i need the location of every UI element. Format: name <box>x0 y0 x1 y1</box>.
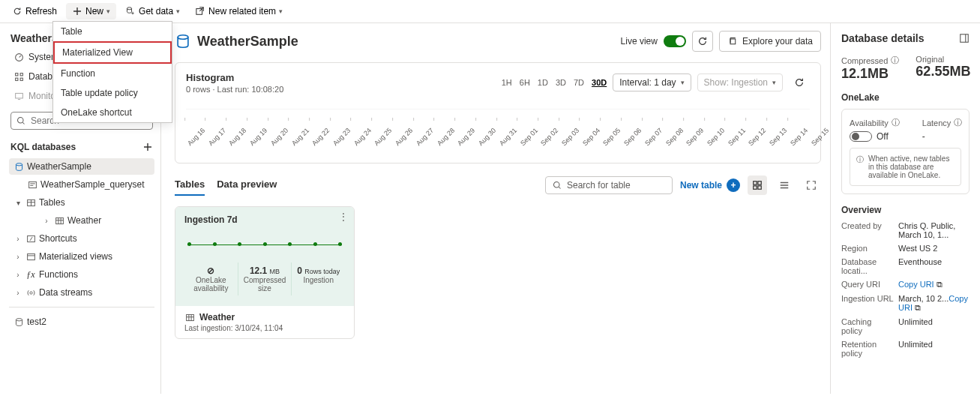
tree-label: Weather <box>67 215 101 226</box>
tab-tables[interactable]: Tables <box>175 174 205 196</box>
folder-data-streams[interactable]: › Data streams <box>9 284 154 301</box>
axis-tick: Sep 03 <box>560 142 568 150</box>
svg-point-0 <box>127 8 132 10</box>
onelake-toggle[interactable] <box>850 131 872 142</box>
axis-tick: Aug 19 <box>248 142 256 150</box>
axis-tick: Aug 31 <box>498 142 506 150</box>
details-pane: Database details Compressedⓘ 12.1MB Orig… <box>830 23 980 394</box>
rows-today-lbl: Ingestion <box>293 276 343 284</box>
title-text: WeatherSample <box>197 34 298 50</box>
sparkline <box>187 234 342 255</box>
refresh-main-button[interactable] <box>692 31 713 52</box>
copy-uri-link[interactable]: Copy URI <box>898 280 934 289</box>
axis-tick: Aug 18 <box>227 142 235 150</box>
interval-select[interactable]: Interval: 1 day ▾ <box>613 74 691 92</box>
refresh-hist-button[interactable] <box>789 72 810 93</box>
interval-label: Interval: 1 day <box>619 77 676 88</box>
new-menu-onelake-shortcut[interactable]: OneLake shortcut <box>53 103 172 122</box>
live-view-toggle[interactable] <box>664 35 686 47</box>
histogram-title: Histogram <box>186 72 283 83</box>
folder-shortcuts[interactable]: › Shortcuts <box>9 230 154 247</box>
tile-last-ingestion: Last ingestion: 3/10/24, 11:04 <box>184 324 345 332</box>
svg-rect-6 <box>20 78 22 80</box>
table-icon <box>184 312 195 322</box>
axis-tick: Sep 13 <box>768 142 776 150</box>
show-label: Show: Ingestion <box>704 77 768 88</box>
fullscreen-button[interactable] <box>802 176 821 195</box>
axis-tick: Aug 24 <box>352 142 361 150</box>
queryset-item[interactable]: WeatherSample_queryset <box>9 176 154 193</box>
range-1h[interactable]: 1H <box>502 78 512 87</box>
overview-value: March, 10 2...Copy URI ⧉ <box>898 294 970 313</box>
copy-icon[interactable]: ⧉ <box>915 303 921 312</box>
range-1d[interactable]: 1D <box>538 78 548 87</box>
axis-tick: Sep 01 <box>519 142 527 150</box>
axis-tick: Sep 02 <box>539 142 547 150</box>
range-3d[interactable]: 3D <box>556 78 566 87</box>
chevron-right-icon: › <box>13 289 22 297</box>
axis-tick: Aug 17 <box>207 142 215 150</box>
explore-data-button[interactable]: Explore your data <box>719 31 821 52</box>
onelake-avail-val: ⊘ <box>186 266 236 276</box>
new-button[interactable]: New ▾ <box>66 3 116 20</box>
db-weather-sample[interactable]: WeatherSample <box>9 158 154 175</box>
details-header: Database details <box>841 32 925 44</box>
new-menu-table[interactable]: Table <box>53 22 172 41</box>
new-related-button[interactable]: New related item ▾ <box>189 3 289 20</box>
original-value: 62.55MB <box>916 64 970 80</box>
refresh-button[interactable]: Refresh <box>6 3 63 20</box>
chevron-down-icon: ▾ <box>279 8 283 15</box>
table-folder-icon <box>25 197 36 208</box>
overview-value: Chris Q. Public, March 10, 1... <box>898 221 970 239</box>
table-weather[interactable]: › Weather <box>9 212 154 229</box>
time-range-options: 1H 6H 1D 3D 7D 30D <box>502 78 607 87</box>
db-test2[interactable]: test2 <box>9 314 154 330</box>
svg-rect-18 <box>730 39 736 44</box>
add-db-icon[interactable] <box>142 142 153 152</box>
folder-tables[interactable]: ▾ Tables <box>9 194 154 211</box>
search-icon <box>552 180 562 190</box>
new-menu-function[interactable]: Function <box>53 64 172 83</box>
tile-table-label: Weather <box>199 312 235 322</box>
tab-data-preview[interactable]: Data preview <box>217 174 277 196</box>
tree-label: Functions <box>39 269 78 280</box>
folder-mat-views[interactable]: › Materialized views <box>9 248 154 265</box>
tile-menu-button[interactable]: ⋮ <box>339 212 348 222</box>
overview-value: Unlimited <box>898 317 970 335</box>
show-select[interactable]: Show: Ingestion ▾ <box>697 74 783 92</box>
database-icon <box>175 33 191 50</box>
range-7d[interactable]: 7D <box>574 78 584 87</box>
tree-label: WeatherSample <box>27 161 91 172</box>
availability-label: Availability <box>850 118 889 128</box>
latency-value: - <box>922 131 963 142</box>
table-tile[interactable]: Ingestion 7d ⋮ ⊘ OneLake availability 12… <box>175 206 355 339</box>
get-data-button[interactable]: Get data ▾ <box>119 3 186 20</box>
range-30d[interactable]: 30D <box>592 78 607 87</box>
plus-circle-icon: + <box>727 178 740 192</box>
copy-icon[interactable]: ⧉ <box>937 280 943 289</box>
overview-key: Region <box>841 244 894 253</box>
axis-tick: Sep 14 <box>789 142 797 150</box>
view-grid-button[interactable] <box>748 176 767 195</box>
search-table-box[interactable]: Search for table <box>545 176 673 194</box>
overview-key: Query URI <box>841 280 894 290</box>
new-table-button[interactable]: New table + <box>680 178 740 192</box>
copy-uri-link[interactable]: Copy URI <box>898 294 968 312</box>
database-icon <box>13 161 24 172</box>
axis-tick: Aug 22 <box>310 142 319 150</box>
axis-tick: Sep 05 <box>601 142 610 150</box>
new-menu-table-update-policy[interactable]: Table update policy <box>53 83 172 103</box>
range-6h[interactable]: 6H <box>520 78 530 87</box>
database-down-icon <box>125 6 136 16</box>
expand-icon[interactable] <box>959 33 970 44</box>
overview-key: Ingestion URL <box>841 294 894 313</box>
overview-header: Overview <box>841 205 970 215</box>
new-label: New <box>85 6 103 16</box>
toolbar: Refresh New ▾ Get data ▾ New related ite… <box>0 0 980 23</box>
onelake-info-text: When active, new tables in this database… <box>868 154 955 179</box>
new-menu-materialized-view[interactable]: Materialized View <box>53 41 172 64</box>
view-list-button[interactable] <box>775 176 794 195</box>
axis-tick: Aug 28 <box>436 142 444 150</box>
folder-functions[interactable]: › ƒx Functions <box>9 266 154 283</box>
svg-rect-3 <box>15 73 17 75</box>
